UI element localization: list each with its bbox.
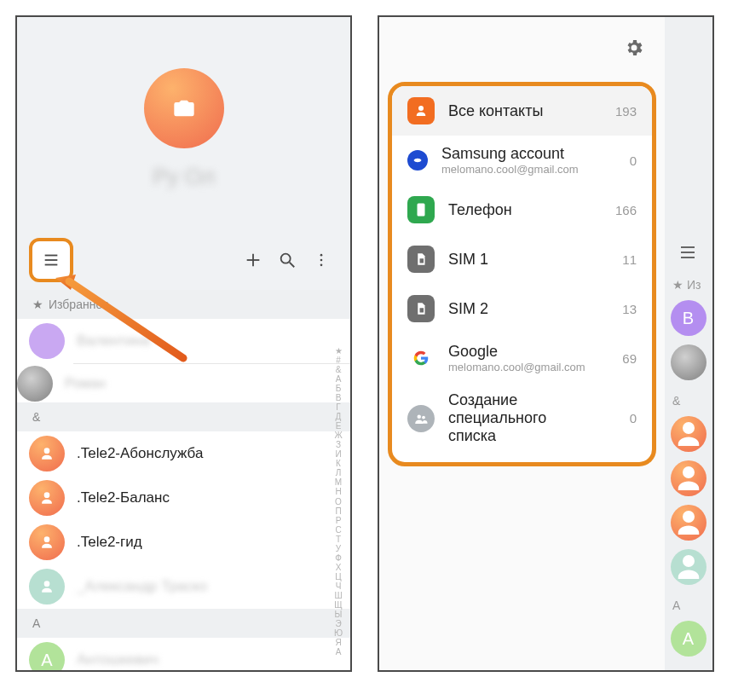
source-all[interactable]: Все контакты193 <box>392 86 652 136</box>
drawer-top <box>379 17 665 78</box>
svg-point-8 <box>320 259 323 262</box>
avatar: В <box>671 300 707 336</box>
index-letter[interactable]: Р <box>336 516 342 525</box>
index-letter[interactable]: Ф <box>335 553 342 563</box>
sim-icon <box>407 295 435 322</box>
source-count: 0 <box>611 153 637 168</box>
index-letter[interactable]: Т <box>336 535 341 544</box>
add-button[interactable] <box>236 243 270 277</box>
favorite-row[interactable]: Валентина <box>17 319 350 363</box>
index-letter[interactable]: У <box>336 544 341 553</box>
section-header: & <box>17 402 350 431</box>
person-icon <box>671 460 707 496</box>
section-letter: & <box>32 410 40 424</box>
avatar <box>671 416 707 452</box>
index-letter[interactable]: Д <box>336 412 342 421</box>
index-letter[interactable]: Ч <box>336 581 342 591</box>
profile-name: Ру Ол <box>153 164 215 190</box>
index-letter[interactable]: Ц <box>335 572 341 581</box>
index-letter[interactable]: М <box>335 477 342 487</box>
contact-row[interactable]: .Tele2-гид <box>17 520 350 564</box>
favorites-list: Валентина Роман <box>17 319 350 402</box>
index-letter[interactable]: Б <box>336 384 342 393</box>
contact-name: _Александр Траско <box>77 578 207 595</box>
person-icon <box>671 416 707 452</box>
contact-name: Антошкевич <box>77 651 159 668</box>
index-letter[interactable]: И <box>335 449 341 459</box>
person-icon <box>671 505 707 541</box>
camera-icon <box>172 96 196 120</box>
menu-button[interactable] <box>29 238 73 282</box>
contact-row[interactable]: .Tele2-Абонслужба <box>17 431 350 476</box>
svg-point-9 <box>320 264 323 267</box>
index-letter[interactable]: Щ <box>334 600 342 610</box>
index-letter[interactable]: Э <box>335 619 341 628</box>
source-count: 0 <box>611 411 637 425</box>
index-letter[interactable]: К <box>336 459 341 468</box>
avatar <box>671 460 707 496</box>
svg-rect-17 <box>420 258 424 263</box>
index-letter[interactable]: Ж <box>334 431 342 440</box>
index-letter[interactable]: С <box>335 525 341 535</box>
section-letter: A <box>32 616 40 630</box>
index-letter[interactable]: Я <box>335 638 341 647</box>
more-button[interactable] <box>304 243 338 277</box>
source-google[interactable]: Googlemelomano.cool@gmail.com69 <box>392 333 652 383</box>
index-letter[interactable]: ★ <box>335 346 343 356</box>
source-sim1[interactable]: SIM 111 <box>392 234 652 284</box>
contact-list: .Tele2-Абонслужба .Tele2-Баланс .Tele2-г… <box>17 431 350 609</box>
favorites-label: Избранное <box>49 298 109 311</box>
index-letter[interactable]: Г <box>336 402 340 412</box>
search-button[interactable] <box>270 243 304 277</box>
person-icon <box>38 578 55 595</box>
person-icon <box>671 549 707 585</box>
source-phone[interactable]: Телефон166 <box>392 185 652 234</box>
avatar <box>671 549 707 585</box>
alpha-scrollbar[interactable]: ★#&АБВГДЕЖЗИКЛМНОПРСТУФХЦЧШЩЫЭЮЯA <box>330 341 347 662</box>
svg-point-20 <box>422 415 425 419</box>
index-letter[interactable]: Ш <box>334 591 342 600</box>
index-letter[interactable]: Е <box>336 421 342 431</box>
settings-button[interactable] <box>624 38 644 58</box>
contact-row[interactable]: _Александр Траско <box>17 564 350 609</box>
profile-avatar[interactable] <box>144 68 224 148</box>
source-count: 166 <box>611 203 637 217</box>
svg-line-6 <box>290 263 295 268</box>
contacts-drawer-screen: ★ Из В & A A Все контакты193Samsung acco… <box>378 15 714 672</box>
search-icon <box>278 251 297 269</box>
source-custom[interactable]: Создание специального списка0 <box>392 383 652 454</box>
source-title: SIM 2 <box>448 300 597 318</box>
index-letter[interactable]: & <box>336 365 342 374</box>
avatar <box>29 323 65 359</box>
svg-rect-16 <box>418 204 425 217</box>
index-letter[interactable]: Ы <box>335 610 343 619</box>
index-letter[interactable]: Х <box>336 563 342 572</box>
drawer-sheet: Все контакты193Samsung accountmelomano.c… <box>379 17 665 670</box>
index-letter[interactable]: # <box>336 356 341 365</box>
contact-row[interactable]: .Tele2-Баланс <box>17 476 350 520</box>
index-letter[interactable]: З <box>336 440 341 449</box>
index-letter[interactable]: О <box>335 497 342 506</box>
index-letter[interactable]: A <box>336 647 342 657</box>
source-panel: Все контакты193Samsung accountmelomano.c… <box>388 82 656 466</box>
index-letter[interactable]: А <box>336 374 342 384</box>
contact-name: .Tele2-гид <box>77 534 142 551</box>
favorites-header: ★ Избранное <box>17 290 350 319</box>
svg-point-5 <box>281 254 291 263</box>
contact-list: A Антошкевич <box>17 638 350 672</box>
index-letter[interactable]: Л <box>336 468 342 477</box>
contact-name: .Tele2-Абонслужба <box>77 445 203 462</box>
index-letter[interactable]: П <box>335 506 341 516</box>
index-letter[interactable]: В <box>336 393 342 402</box>
source-title: Телефон <box>448 201 597 219</box>
index-letter[interactable]: Ю <box>334 628 343 638</box>
group-icon <box>407 405 435 432</box>
source-samsung[interactable]: Samsung accountmelomano.cool@gmail.com0 <box>392 136 652 185</box>
background-peek: ★ Из В & A A <box>663 17 712 670</box>
contact-row[interactable]: A Антошкевич <box>17 638 350 672</box>
source-sim2[interactable]: SIM 213 <box>392 284 652 333</box>
favorite-row[interactable]: Роман <box>73 363 350 402</box>
gear-icon <box>624 38 644 58</box>
svg-point-7 <box>320 254 323 257</box>
index-letter[interactable]: Н <box>335 487 341 496</box>
